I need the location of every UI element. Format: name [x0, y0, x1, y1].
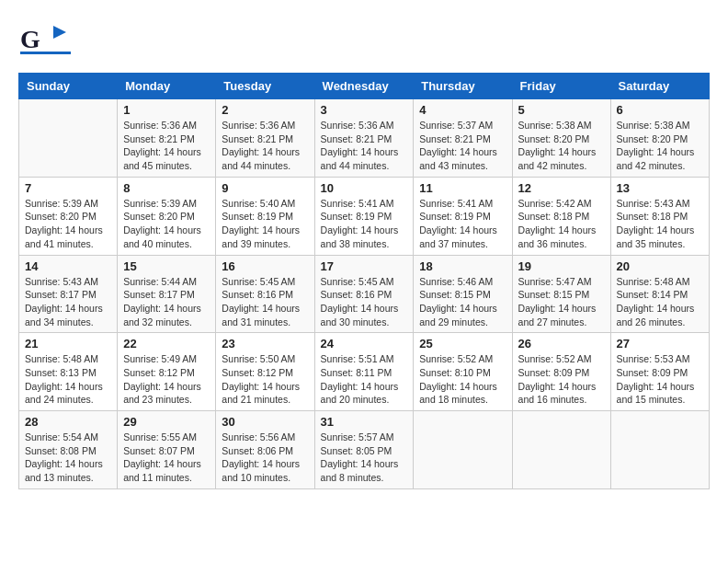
day-number: 17	[321, 259, 408, 273]
week-row-2: 7Sunrise: 5:39 AM Sunset: 8:20 PM Daylig…	[19, 177, 710, 255]
day-info: Sunrise: 5:38 AM Sunset: 8:20 PM Dayligh…	[617, 119, 703, 173]
day-info: Sunrise: 5:43 AM Sunset: 8:17 PM Dayligh…	[25, 275, 111, 329]
day-number: 10	[321, 181, 408, 195]
day-number: 2	[222, 103, 308, 117]
day-info: Sunrise: 5:43 AM Sunset: 8:18 PM Dayligh…	[617, 197, 703, 251]
day-cell: 30Sunrise: 5:56 AM Sunset: 8:06 PM Dayli…	[216, 411, 314, 489]
day-info: Sunrise: 5:52 AM Sunset: 8:10 PM Dayligh…	[419, 352, 506, 407]
day-number: 6	[617, 103, 703, 117]
day-number: 8	[123, 181, 210, 195]
day-info: Sunrise: 5:36 AM Sunset: 8:21 PM Dayligh…	[123, 119, 210, 173]
calendar-body: 1Sunrise: 5:36 AM Sunset: 8:21 PM Daylig…	[19, 99, 710, 489]
day-number: 1	[123, 103, 210, 117]
day-cell	[414, 411, 512, 489]
day-cell: 6Sunrise: 5:38 AM Sunset: 8:20 PM Daylig…	[610, 99, 709, 178]
svg-text:G: G	[20, 25, 40, 53]
svg-marker-1	[53, 26, 66, 39]
day-number: 27	[617, 337, 703, 350]
logo: G	[18, 18, 86, 63]
header-monday: Monday	[118, 74, 216, 99]
day-cell: 24Sunrise: 5:51 AM Sunset: 8:11 PM Dayli…	[314, 333, 414, 411]
day-number: 3	[321, 103, 408, 117]
day-info: Sunrise: 5:40 AM Sunset: 8:19 PM Dayligh…	[222, 197, 308, 251]
day-info: Sunrise: 5:44 AM Sunset: 8:17 PM Dayligh…	[123, 275, 210, 329]
day-number: 16	[222, 259, 308, 273]
header-tuesday: Tuesday	[216, 74, 314, 99]
day-cell	[19, 99, 118, 178]
day-cell: 10Sunrise: 5:41 AM Sunset: 8:19 PM Dayli…	[314, 177, 414, 255]
day-cell: 16Sunrise: 5:45 AM Sunset: 8:16 PM Dayli…	[216, 255, 314, 333]
day-cell: 14Sunrise: 5:43 AM Sunset: 8:17 PM Dayli…	[19, 255, 118, 333]
day-info: Sunrise: 5:39 AM Sunset: 8:20 PM Dayligh…	[123, 197, 210, 251]
day-cell: 11Sunrise: 5:41 AM Sunset: 8:19 PM Dayli…	[414, 177, 512, 255]
day-cell: 8Sunrise: 5:39 AM Sunset: 8:20 PM Daylig…	[118, 177, 216, 255]
day-cell: 4Sunrise: 5:37 AM Sunset: 8:21 PM Daylig…	[414, 99, 512, 178]
week-row-4: 21Sunrise: 5:48 AM Sunset: 8:13 PM Dayli…	[19, 333, 710, 411]
day-number: 23	[222, 337, 308, 350]
day-number: 25	[419, 337, 506, 350]
day-info: Sunrise: 5:48 AM Sunset: 8:14 PM Dayligh…	[617, 275, 703, 329]
day-cell: 12Sunrise: 5:42 AM Sunset: 8:18 PM Dayli…	[512, 177, 610, 255]
day-number: 15	[123, 259, 210, 273]
logo-svg: G	[18, 18, 83, 60]
day-number: 4	[419, 103, 506, 117]
day-info: Sunrise: 5:57 AM Sunset: 8:05 PM Dayligh…	[321, 431, 408, 485]
day-number: 11	[419, 181, 506, 195]
header-sunday: Sunday	[19, 74, 118, 99]
week-row-1: 1Sunrise: 5:36 AM Sunset: 8:21 PM Daylig…	[19, 99, 710, 178]
day-info: Sunrise: 5:56 AM Sunset: 8:06 PM Dayligh…	[222, 431, 308, 485]
day-cell: 29Sunrise: 5:55 AM Sunset: 8:07 PM Dayli…	[118, 411, 216, 489]
day-number: 28	[25, 415, 111, 429]
day-info: Sunrise: 5:55 AM Sunset: 8:07 PM Dayligh…	[123, 431, 210, 485]
day-cell: 2Sunrise: 5:36 AM Sunset: 8:21 PM Daylig…	[216, 99, 314, 178]
day-cell: 7Sunrise: 5:39 AM Sunset: 8:20 PM Daylig…	[19, 177, 118, 255]
day-cell: 1Sunrise: 5:36 AM Sunset: 8:21 PM Daylig…	[118, 99, 216, 178]
week-row-5: 28Sunrise: 5:54 AM Sunset: 8:08 PM Dayli…	[19, 411, 710, 489]
day-number: 26	[518, 337, 605, 350]
day-number: 29	[123, 415, 210, 429]
day-info: Sunrise: 5:37 AM Sunset: 8:21 PM Dayligh…	[419, 119, 506, 173]
calendar-table: SundayMondayTuesdayWednesdayThursdayFrid…	[18, 73, 710, 489]
header-saturday: Saturday	[610, 74, 709, 99]
day-info: Sunrise: 5:51 AM Sunset: 8:11 PM Dayligh…	[321, 352, 408, 407]
day-cell: 13Sunrise: 5:43 AM Sunset: 8:18 PM Dayli…	[610, 177, 709, 255]
day-cell: 5Sunrise: 5:38 AM Sunset: 8:20 PM Daylig…	[512, 99, 610, 178]
day-info: Sunrise: 5:38 AM Sunset: 8:20 PM Dayligh…	[518, 119, 605, 173]
day-info: Sunrise: 5:42 AM Sunset: 8:18 PM Dayligh…	[518, 197, 605, 251]
day-info: Sunrise: 5:49 AM Sunset: 8:12 PM Dayligh…	[123, 352, 210, 407]
day-cell	[610, 411, 709, 489]
day-info: Sunrise: 5:45 AM Sunset: 8:16 PM Dayligh…	[222, 275, 308, 329]
header-friday: Friday	[512, 74, 610, 99]
day-cell: 23Sunrise: 5:50 AM Sunset: 8:12 PM Dayli…	[216, 333, 314, 411]
day-number: 30	[222, 415, 308, 429]
day-info: Sunrise: 5:54 AM Sunset: 8:08 PM Dayligh…	[25, 431, 111, 485]
week-row-3: 14Sunrise: 5:43 AM Sunset: 8:17 PM Dayli…	[19, 255, 710, 333]
day-number: 21	[25, 337, 111, 350]
day-cell: 17Sunrise: 5:45 AM Sunset: 8:16 PM Dayli…	[314, 255, 414, 333]
days-header-row: SundayMondayTuesdayWednesdayThursdayFrid…	[19, 74, 710, 99]
day-cell: 9Sunrise: 5:40 AM Sunset: 8:19 PM Daylig…	[216, 177, 314, 255]
day-cell: 25Sunrise: 5:52 AM Sunset: 8:10 PM Dayli…	[414, 333, 512, 411]
day-cell: 22Sunrise: 5:49 AM Sunset: 8:12 PM Dayli…	[118, 333, 216, 411]
day-number: 13	[617, 181, 703, 195]
day-number: 5	[518, 103, 605, 117]
day-cell: 21Sunrise: 5:48 AM Sunset: 8:13 PM Dayli…	[19, 333, 118, 411]
calendar-header: SundayMondayTuesdayWednesdayThursdayFrid…	[19, 74, 710, 99]
day-cell	[512, 411, 610, 489]
day-info: Sunrise: 5:36 AM Sunset: 8:21 PM Dayligh…	[321, 119, 408, 173]
day-number: 18	[419, 259, 506, 273]
page-header: G	[18, 18, 710, 63]
day-number: 19	[518, 259, 605, 273]
day-number: 20	[617, 259, 703, 273]
day-cell: 19Sunrise: 5:47 AM Sunset: 8:15 PM Dayli…	[512, 255, 610, 333]
day-cell: 28Sunrise: 5:54 AM Sunset: 8:08 PM Dayli…	[19, 411, 118, 489]
day-cell: 20Sunrise: 5:48 AM Sunset: 8:14 PM Dayli…	[610, 255, 709, 333]
day-info: Sunrise: 5:47 AM Sunset: 8:15 PM Dayligh…	[518, 275, 605, 329]
day-number: 24	[321, 337, 408, 350]
header-wednesday: Wednesday	[314, 74, 414, 99]
day-cell: 18Sunrise: 5:46 AM Sunset: 8:15 PM Dayli…	[414, 255, 512, 333]
day-number: 7	[25, 181, 111, 195]
day-number: 12	[518, 181, 605, 195]
day-number: 22	[123, 337, 210, 350]
day-info: Sunrise: 5:45 AM Sunset: 8:16 PM Dayligh…	[321, 275, 408, 329]
